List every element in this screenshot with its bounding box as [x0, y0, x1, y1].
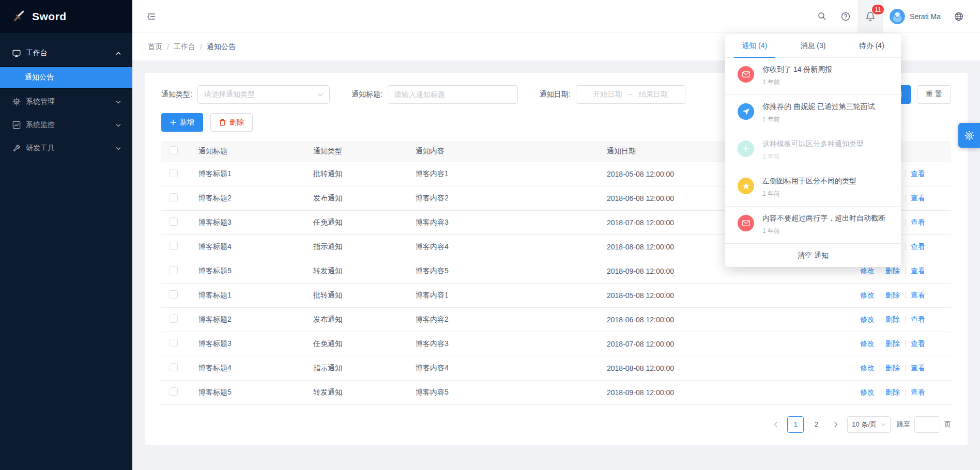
row-checkbox[interactable] — [170, 315, 178, 323]
sidebar-item-dev-tools[interactable]: 研发工具 — [0, 138, 132, 159]
view-link[interactable]: 查看 — [911, 339, 925, 348]
notification-time: 1 年前 — [762, 78, 832, 87]
view-link[interactable]: 查看 — [911, 194, 925, 202]
cell-title: 博客标题4 — [190, 234, 305, 259]
dove-icon — [738, 103, 754, 120]
divider — [905, 389, 906, 396]
row-checkbox[interactable] — [170, 339, 178, 347]
notifications-bell[interactable]: 11 — [858, 0, 883, 33]
delete-link[interactable]: 删除 — [885, 267, 900, 275]
date-range-picker[interactable]: 开始日期 ~ 结束日期 — [576, 85, 685, 104]
edit-link[interactable]: 修改 — [860, 315, 875, 323]
cell-content: 博客内容5 — [407, 380, 599, 404]
cell-type: 任免通知 — [305, 210, 407, 234]
gear-icon — [964, 131, 974, 140]
menu-fold-icon[interactable] — [144, 9, 159, 24]
row-checkbox[interactable] — [170, 363, 178, 371]
settings-fab[interactable] — [958, 123, 980, 148]
row-checkbox[interactable] — [170, 387, 178, 396]
notification-title: 这种模板可以区分多种通知类型 — [762, 139, 864, 149]
breadcrumb-workbench[interactable]: 工作台 — [174, 42, 195, 52]
row-checkbox[interactable] — [170, 193, 178, 201]
tab-todo[interactable]: 待办 (4) — [843, 34, 901, 57]
view-link[interactable]: 查看 — [911, 388, 925, 396]
edit-link[interactable]: 修改 — [860, 388, 875, 396]
reset-button[interactable]: 重 置 — [917, 85, 951, 104]
sidebar-item-system-mgmt[interactable]: 系统管理 — [0, 91, 132, 112]
notification-item[interactable]: 这种模板可以区分多种通知类型 1 年前 — [725, 132, 901, 169]
view-link[interactable]: 查看 — [911, 291, 925, 299]
notification-time: 1 年前 — [762, 115, 875, 124]
view-link[interactable]: 查看 — [911, 242, 925, 250]
filter-title: 通知标题: — [351, 85, 518, 104]
search-icon[interactable] — [810, 0, 834, 33]
delete-button[interactable]: 删除 — [210, 113, 253, 132]
sidebar-item-workbench[interactable]: 工作台 — [0, 43, 132, 64]
cell-title: 博客标题3 — [190, 332, 305, 356]
row-checkbox[interactable] — [170, 242, 178, 250]
col-type: 通知类型 — [305, 141, 407, 162]
star-icon — [738, 178, 754, 194]
col-title: 通知标题 — [190, 141, 305, 162]
page-1[interactable]: 1 — [787, 416, 804, 433]
select-all-checkbox[interactable] — [170, 146, 178, 154]
help-icon[interactable] — [834, 0, 858, 33]
sidebar-item-system-monitor[interactable]: 系统监控 — [0, 115, 132, 135]
cell-date: 2018-06-08 12:00:00 — [599, 307, 852, 332]
globe-icon[interactable] — [947, 0, 971, 33]
edit-link[interactable]: 修改 — [860, 291, 875, 299]
view-link[interactable]: 查看 — [911, 364, 925, 372]
prev-page-icon[interactable] — [769, 416, 783, 433]
select-placeholder: 请选择通知类型 — [204, 90, 255, 99]
cell-content: 博客内容5 — [407, 259, 599, 283]
clear-notifications-button[interactable]: 清空 通知 — [725, 244, 901, 267]
title-input[interactable] — [388, 85, 518, 104]
edit-link[interactable]: 修改 — [860, 267, 875, 275]
table-row: 博客标题5 转发通知 博客内容5 2018-09-08 12:00:00 修改删… — [161, 380, 951, 404]
mail-icon — [738, 215, 754, 231]
row-checkbox[interactable] — [170, 169, 178, 177]
row-checkbox[interactable] — [170, 217, 178, 226]
delete-link[interactable]: 删除 — [885, 315, 900, 323]
edit-link[interactable]: 修改 — [860, 339, 875, 348]
page-size-select[interactable]: 10 条/页 — [847, 416, 891, 433]
cell-title: 博客标题4 — [190, 356, 305, 380]
page-jump-input[interactable] — [914, 416, 940, 433]
breadcrumb-home[interactable]: 首页 — [148, 42, 162, 52]
cell-title: 博客标题2 — [190, 307, 305, 332]
delete-link[interactable]: 删除 — [885, 364, 900, 372]
breadcrumb-current: 通知公告 — [207, 42, 236, 52]
user-menu[interactable]: Serati Ma — [883, 9, 947, 24]
page-2[interactable]: 2 — [808, 416, 824, 433]
notification-item[interactable]: 你收到了 14 份新周报 1 年前 — [725, 58, 901, 95]
next-page-icon[interactable] — [829, 416, 843, 433]
view-link[interactable]: 查看 — [911, 315, 925, 323]
header-actions: 11 Serati Ma — [810, 0, 980, 33]
tab-message[interactable]: 消息 (3) — [784, 34, 842, 57]
delete-link[interactable]: 删除 — [885, 339, 900, 348]
notification-item[interactable]: 内容不要超过两行字，超出时自动截断 1 年前 — [725, 207, 901, 244]
type-select[interactable]: 请选择通知类型 — [197, 85, 330, 104]
row-checkbox[interactable] — [170, 266, 178, 274]
add-button[interactable]: 新增 — [161, 113, 203, 132]
jump-label: 跳至 — [897, 420, 910, 429]
notification-item[interactable]: 你推荐的 曲妮妮 已通过第三轮面试 1 年前 — [725, 95, 901, 132]
cell-content: 博客内容3 — [407, 332, 599, 356]
sidebar-item-notice[interactable]: 通知公告 — [0, 67, 132, 88]
view-link[interactable]: 查看 — [911, 218, 925, 226]
view-link[interactable]: 查看 — [911, 169, 925, 178]
notification-item[interactable]: 左侧图标用于区分不同的类型 1 年前 — [725, 169, 901, 207]
view-link[interactable]: 查看 — [911, 267, 925, 275]
end-date-placeholder: 结束日期 — [639, 90, 668, 99]
tab-notice[interactable]: 通知 (4) — [725, 34, 784, 57]
breadcrumb-separator: / — [200, 43, 202, 51]
date-label: 通知日期: — [540, 90, 571, 99]
type-label: 通知类型: — [161, 90, 192, 99]
app-logo[interactable]: Sword — [0, 0, 132, 33]
table-row: 博客标题4 指示通知 博客内容4 2018-08-08 12:00:00 修改删… — [161, 356, 951, 380]
edit-link[interactable]: 修改 — [860, 364, 875, 372]
delete-link[interactable]: 删除 — [885, 291, 900, 299]
delete-link[interactable]: 删除 — [885, 388, 900, 396]
row-checkbox[interactable] — [170, 290, 178, 299]
cell-content: 博客内容3 — [407, 210, 599, 234]
